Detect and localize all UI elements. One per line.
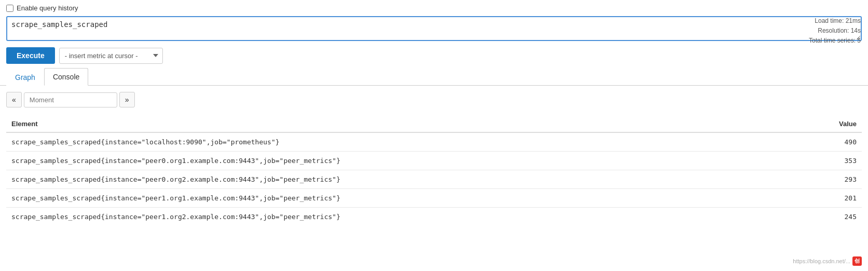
prev-moment-button[interactable]: « bbox=[6, 92, 22, 107]
query-input[interactable]: scrape_samples_scraped bbox=[6, 16, 862, 41]
value-cell: 293 bbox=[796, 170, 862, 189]
results-table: Element Value scrape_samples_scraped{ins… bbox=[6, 116, 862, 226]
element-cell: scrape_samples_scraped{instance="peer0.o… bbox=[6, 170, 796, 189]
table-row: scrape_samples_scraped{instance="peer1.o… bbox=[6, 189, 862, 208]
insert-metric-select[interactable]: - insert metric at cursor - bbox=[59, 48, 163, 64]
load-info: Load time: 21ms Resolution: 14s Total ti… bbox=[809, 16, 861, 46]
topbar: Enable query history bbox=[0, 0, 868, 14]
value-cell: 490 bbox=[796, 132, 862, 152]
value-column-header: Value bbox=[796, 116, 862, 132]
query-row: scrape_samples_scraped Load time: 21ms R… bbox=[0, 14, 868, 43]
element-cell: scrape_samples_scraped{instance="localho… bbox=[6, 132, 796, 152]
value-cell: 201 bbox=[796, 189, 862, 208]
tabs-row: Graph Console bbox=[0, 68, 868, 86]
moment-input[interactable] bbox=[24, 92, 117, 107]
enable-history-text: Enable query history bbox=[17, 4, 78, 12]
enable-history-label[interactable]: Enable query history bbox=[6, 4, 78, 12]
value-cell: 245 bbox=[796, 208, 862, 226]
table-row: scrape_samples_scraped{instance="peer1.o… bbox=[6, 208, 862, 226]
element-cell: scrape_samples_scraped{instance="peer1.o… bbox=[6, 208, 796, 226]
table-row: scrape_samples_scraped{instance="peer0.o… bbox=[6, 152, 862, 170]
execute-button[interactable]: Execute bbox=[6, 47, 55, 64]
table-row: scrape_samples_scraped{instance="localho… bbox=[6, 132, 862, 152]
load-time-text: Load time: 21ms bbox=[809, 16, 861, 26]
element-cell: scrape_samples_scraped{instance="peer1.o… bbox=[6, 189, 796, 208]
enable-history-checkbox[interactable] bbox=[6, 5, 13, 12]
table-header-row: Element Value bbox=[6, 116, 862, 132]
tab-graph[interactable]: Graph bbox=[6, 69, 44, 86]
console-panel: « » Element Value scrape_samples_scraped… bbox=[0, 86, 868, 232]
table-row: scrape_samples_scraped{instance="peer0.o… bbox=[6, 170, 862, 189]
total-series-text: Total time series: 5 bbox=[809, 36, 861, 46]
element-column-header: Element bbox=[6, 116, 796, 132]
resolution-text: Resolution: 14s bbox=[809, 26, 861, 36]
moment-row: « » bbox=[6, 92, 862, 107]
element-cell: scrape_samples_scraped{instance="peer0.o… bbox=[6, 152, 796, 170]
next-moment-button[interactable]: » bbox=[119, 92, 135, 107]
controls-row: Execute - insert metric at cursor - bbox=[0, 43, 868, 68]
tab-console[interactable]: Console bbox=[44, 68, 88, 86]
value-cell: 353 bbox=[796, 152, 862, 170]
